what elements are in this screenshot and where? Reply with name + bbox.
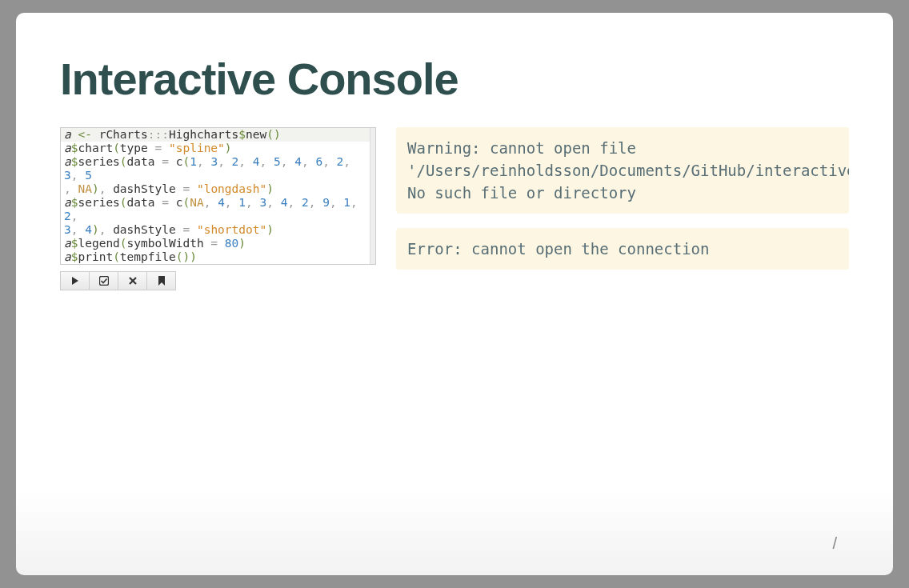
close-icon	[129, 277, 137, 285]
code-line[interactable]: a$legend(symbolWidth = 80)	[61, 237, 375, 250]
code-line[interactable]: a$series(data = c(1, 3, 2, 4, 5, 4, 6, 2…	[61, 155, 375, 182]
right-column: Warning: cannot open file '/Users/reinho…	[396, 127, 849, 290]
run-button[interactable]	[60, 271, 90, 290]
slide: Interactive Console a <- rCharts:::Highc…	[16, 13, 893, 575]
error-message: Error: cannot open the connection	[396, 228, 849, 270]
scrollbar[interactable]	[370, 128, 375, 264]
page-title: Interactive Console	[60, 53, 849, 105]
play-icon	[71, 277, 79, 285]
code-line[interactable]: , NA), dashStyle = "longdash")	[61, 182, 375, 196]
code-line[interactable]: a <- rCharts:::Highcharts$new()	[61, 128, 375, 142]
code-line[interactable]: 3, 4), dashStyle = "shortdot")	[61, 223, 375, 237]
left-column: a <- rCharts:::Highcharts$new() a$chart(…	[60, 127, 376, 290]
bookmark-button[interactable]	[146, 271, 176, 290]
code-line[interactable]: a$print(tempfile())	[61, 250, 375, 264]
warning-message: Warning: cannot open file '/Users/reinho…	[396, 127, 849, 214]
check-button[interactable]	[89, 271, 118, 290]
code-editor[interactable]: a <- rCharts:::Highcharts$new() a$chart(…	[60, 127, 376, 265]
editor-toolbar	[60, 271, 376, 290]
code-line[interactable]: a$series(data = c(NA, 4, 1, 3, 4, 2, 9, …	[61, 196, 375, 223]
check-icon	[99, 276, 109, 286]
footer-separator: /	[832, 534, 837, 553]
columns: a <- rCharts:::Highcharts$new() a$chart(…	[60, 127, 849, 290]
clear-button[interactable]	[118, 271, 147, 290]
code-line[interactable]: a$chart(type = "spline")	[61, 142, 375, 155]
svg-marker-0	[72, 277, 78, 285]
svg-rect-1	[99, 277, 108, 286]
bookmark-icon	[158, 276, 166, 286]
